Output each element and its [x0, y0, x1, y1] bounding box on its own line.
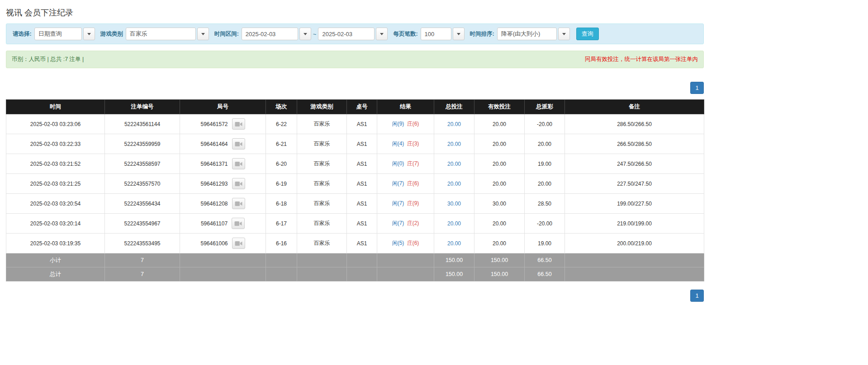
header-game-type: 游戏类别: [297, 100, 347, 114]
round-video-button[interactable]: [232, 118, 245, 130]
total-row: 总计 7 150.00 150.00 66.50: [6, 267, 704, 281]
total-valid-bet: 150.00: [474, 267, 525, 281]
cell-session: 6-21: [266, 134, 297, 154]
cell-total-bet[interactable]: 20.00: [434, 234, 474, 253]
subtotal-payout: 66.50: [525, 253, 565, 267]
result-banker: 庄(2): [407, 220, 419, 226]
result-banker: 庄(6): [407, 240, 419, 246]
result-banker: 庄(7): [407, 160, 419, 167]
date-to-input[interactable]: [318, 28, 375, 40]
page-1-button[interactable]: 1: [690, 290, 704, 302]
sort-input[interactable]: [497, 28, 557, 40]
cell-time: 2025-02-03 03:22:33: [6, 134, 105, 154]
cell-result: 闲(9) 庄(6): [377, 114, 434, 134]
round-id-text: 596461572: [200, 121, 228, 127]
cell-remark: 266.50/286.50: [565, 134, 704, 154]
header-result: 结果: [377, 100, 434, 114]
cell-payout: 19.00: [525, 154, 565, 174]
cell-total-bet[interactable]: 20.00: [434, 154, 474, 174]
table-row: 2025-02-03 03:21:52 522243558597 5964613…: [6, 154, 704, 174]
cell-remark: 247.50/266.50: [565, 154, 704, 174]
round-id-text: 596461006: [200, 240, 228, 247]
date-to-dropdown-button[interactable]: [376, 28, 388, 40]
cell-round-id: 596461371: [180, 154, 266, 174]
cell-table-id: AS1: [347, 174, 377, 194]
page-title: 视讯 会员下注纪录: [6, 7, 704, 18]
cell-total-bet[interactable]: 30.00: [434, 194, 474, 214]
total-count: 7: [105, 267, 180, 281]
table-row: 2025-02-03 03:21:25 522243557570 5964612…: [6, 174, 704, 194]
header-bet-id: 注单编号: [105, 100, 180, 114]
cell-payout: 19.00: [525, 234, 565, 253]
header-session: 场次: [266, 100, 297, 114]
cell-valid-bet: 30.00: [474, 194, 525, 214]
currency-summary: 币别：人民币 | 总共 :7 注单 |: [12, 56, 84, 63]
cell-valid-bet: 20.00: [474, 134, 525, 154]
cell-round-id: 596461107: [180, 214, 266, 234]
video-icon: [235, 181, 242, 187]
cell-total-bet[interactable]: 20.00: [434, 114, 474, 134]
game-type-input[interactable]: [126, 28, 196, 40]
cell-payout: -20.00: [525, 214, 565, 234]
cell-valid-bet: 20.00: [474, 214, 525, 234]
cell-round-id: 596461006: [180, 234, 266, 253]
cell-payout: 20.00: [525, 174, 565, 194]
empty-cell: [266, 267, 297, 281]
page-size-dropdown-button[interactable]: [453, 28, 465, 40]
cell-game-type: 百家乐: [297, 234, 347, 253]
round-video-button[interactable]: [232, 218, 245, 229]
filter-bar: 请选择: 游戏类别 时间区间: ~ 每页笔数: 时间排序:: [6, 23, 704, 44]
cell-time: 2025-02-03 03:21:52: [6, 154, 105, 174]
sort-dropdown-button[interactable]: [558, 28, 570, 40]
empty-cell: [347, 267, 377, 281]
result-player: 闲(7): [392, 180, 404, 187]
cell-total-bet[interactable]: 20.00: [434, 134, 474, 154]
page-size-input[interactable]: [421, 28, 451, 40]
video-icon: [235, 122, 242, 127]
cell-total-bet[interactable]: 20.00: [434, 214, 474, 234]
date-from-input[interactable]: [242, 28, 298, 40]
header-table-id: 桌号: [347, 100, 377, 114]
table-body: 2025-02-03 03:23:06 522243561144 5964615…: [6, 114, 704, 253]
query-type-input[interactable]: [34, 28, 82, 40]
round-video-button[interactable]: [232, 238, 245, 249]
cell-remark: 199.00/227.50: [565, 194, 704, 214]
cell-result: 闲(5) 庄(6): [377, 234, 434, 253]
cell-result: 闲(7) 庄(6): [377, 174, 434, 194]
cell-time: 2025-02-03 03:19:35: [6, 234, 105, 253]
search-button[interactable]: 查询: [576, 28, 599, 40]
cell-bet-id: 522243558597: [105, 154, 180, 174]
round-video-button[interactable]: [232, 158, 245, 169]
cell-round-id: 596461208: [180, 194, 266, 214]
game-type-dropdown-button[interactable]: [197, 28, 209, 40]
round-id-text: 596461208: [200, 201, 228, 207]
cell-payout: -20.00: [525, 114, 565, 134]
caret-down-icon: [380, 33, 384, 35]
round-video-button[interactable]: [232, 178, 245, 189]
date-from-dropdown-button[interactable]: [299, 28, 311, 40]
sort-combo: [497, 28, 570, 40]
total-payout: 66.50: [525, 267, 565, 281]
round-id-text: 596461293: [200, 181, 228, 187]
subtotal-label: 小计: [6, 253, 105, 267]
round-video-button[interactable]: [232, 198, 245, 209]
subtotal-total-bet: 150.00: [434, 253, 474, 267]
cell-bet-id: 522243556434: [105, 194, 180, 214]
date-separator: ~: [313, 31, 317, 37]
result-player: 闲(4): [392, 140, 404, 147]
caret-down-icon: [304, 33, 307, 35]
page-1-button[interactable]: 1: [690, 82, 704, 94]
result-player: 闲(7): [392, 200, 404, 206]
cell-time: 2025-02-03 03:23:06: [6, 114, 105, 134]
query-type-dropdown-button[interactable]: [83, 28, 95, 40]
result-player: 闲(9): [392, 121, 404, 127]
cell-remark: 200.00/219.00: [565, 234, 704, 253]
subtotal-count: 7: [105, 253, 180, 267]
cell-table-id: AS1: [347, 154, 377, 174]
cell-session: 6-16: [266, 234, 297, 253]
empty-cell: [377, 267, 434, 281]
cell-game-type: 百家乐: [297, 134, 347, 154]
cell-bet-id: 522243561144: [105, 114, 180, 134]
cell-total-bet[interactable]: 20.00: [434, 174, 474, 194]
round-video-button[interactable]: [232, 138, 245, 150]
